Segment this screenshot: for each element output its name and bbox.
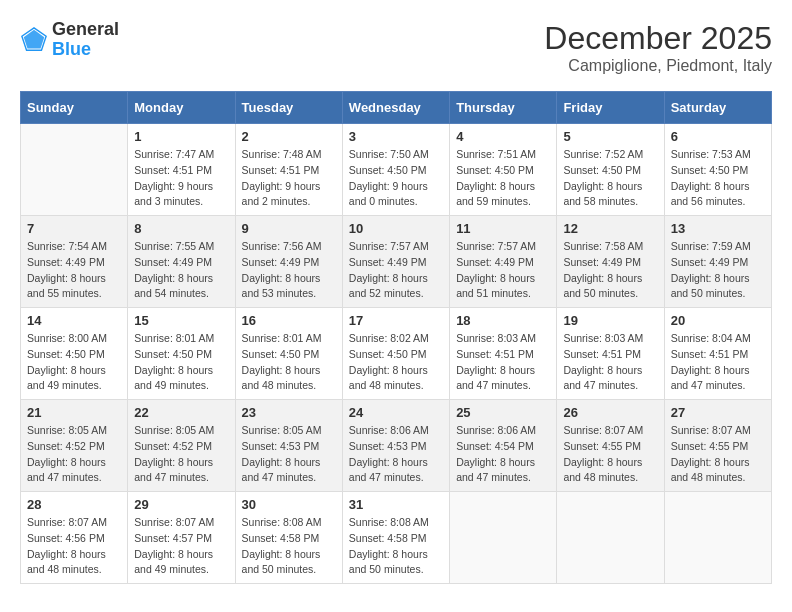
header: General Blue December 2025 Campiglione, … — [20, 20, 772, 75]
calendar-cell: 28Sunrise: 8:07 AMSunset: 4:56 PMDayligh… — [21, 492, 128, 584]
calendar-cell: 2Sunrise: 7:48 AMSunset: 4:51 PMDaylight… — [235, 124, 342, 216]
calendar-cell: 7Sunrise: 7:54 AMSunset: 4:49 PMDaylight… — [21, 216, 128, 308]
day-info: Sunrise: 7:59 AMSunset: 4:49 PMDaylight:… — [671, 239, 765, 302]
calendar-cell: 1Sunrise: 7:47 AMSunset: 4:51 PMDaylight… — [128, 124, 235, 216]
calendar-cell: 25Sunrise: 8:06 AMSunset: 4:54 PMDayligh… — [450, 400, 557, 492]
day-number: 14 — [27, 313, 121, 328]
day-number: 18 — [456, 313, 550, 328]
day-info: Sunrise: 8:07 AMSunset: 4:56 PMDaylight:… — [27, 515, 121, 578]
calendar-cell: 9Sunrise: 7:56 AMSunset: 4:49 PMDaylight… — [235, 216, 342, 308]
day-number: 29 — [134, 497, 228, 512]
title-area: December 2025 Campiglione, Piedmont, Ita… — [544, 20, 772, 75]
day-number: 21 — [27, 405, 121, 420]
calendar-header-saturday: Saturday — [664, 92, 771, 124]
day-info: Sunrise: 7:57 AMSunset: 4:49 PMDaylight:… — [456, 239, 550, 302]
day-info: Sunrise: 8:03 AMSunset: 4:51 PMDaylight:… — [456, 331, 550, 394]
day-info: Sunrise: 7:54 AMSunset: 4:49 PMDaylight:… — [27, 239, 121, 302]
calendar-cell — [450, 492, 557, 584]
day-info: Sunrise: 8:03 AMSunset: 4:51 PMDaylight:… — [563, 331, 657, 394]
day-number: 9 — [242, 221, 336, 236]
day-info: Sunrise: 8:05 AMSunset: 4:53 PMDaylight:… — [242, 423, 336, 486]
day-number: 15 — [134, 313, 228, 328]
calendar-cell: 17Sunrise: 8:02 AMSunset: 4:50 PMDayligh… — [342, 308, 449, 400]
day-number: 12 — [563, 221, 657, 236]
day-info: Sunrise: 7:55 AMSunset: 4:49 PMDaylight:… — [134, 239, 228, 302]
day-info: Sunrise: 8:00 AMSunset: 4:50 PMDaylight:… — [27, 331, 121, 394]
day-info: Sunrise: 8:06 AMSunset: 4:53 PMDaylight:… — [349, 423, 443, 486]
calendar-cell: 30Sunrise: 8:08 AMSunset: 4:58 PMDayligh… — [235, 492, 342, 584]
calendar-cell: 18Sunrise: 8:03 AMSunset: 4:51 PMDayligh… — [450, 308, 557, 400]
day-number: 24 — [349, 405, 443, 420]
day-info: Sunrise: 8:08 AMSunset: 4:58 PMDaylight:… — [242, 515, 336, 578]
calendar-week-row: 14Sunrise: 8:00 AMSunset: 4:50 PMDayligh… — [21, 308, 772, 400]
calendar-header-wednesday: Wednesday — [342, 92, 449, 124]
calendar-week-row: 7Sunrise: 7:54 AMSunset: 4:49 PMDaylight… — [21, 216, 772, 308]
calendar-cell: 3Sunrise: 7:50 AMSunset: 4:50 PMDaylight… — [342, 124, 449, 216]
day-number: 2 — [242, 129, 336, 144]
calendar-week-row: 1Sunrise: 7:47 AMSunset: 4:51 PMDaylight… — [21, 124, 772, 216]
calendar-cell: 6Sunrise: 7:53 AMSunset: 4:50 PMDaylight… — [664, 124, 771, 216]
day-info: Sunrise: 8:01 AMSunset: 4:50 PMDaylight:… — [134, 331, 228, 394]
day-number: 11 — [456, 221, 550, 236]
calendar-header-friday: Friday — [557, 92, 664, 124]
calendar-cell: 20Sunrise: 8:04 AMSunset: 4:51 PMDayligh… — [664, 308, 771, 400]
day-info: Sunrise: 8:06 AMSunset: 4:54 PMDaylight:… — [456, 423, 550, 486]
calendar-cell — [557, 492, 664, 584]
day-number: 23 — [242, 405, 336, 420]
calendar-cell: 11Sunrise: 7:57 AMSunset: 4:49 PMDayligh… — [450, 216, 557, 308]
day-number: 19 — [563, 313, 657, 328]
day-number: 13 — [671, 221, 765, 236]
calendar-cell: 5Sunrise: 7:52 AMSunset: 4:50 PMDaylight… — [557, 124, 664, 216]
logo-blue-text: Blue — [52, 39, 91, 59]
day-number: 5 — [563, 129, 657, 144]
calendar-cell: 14Sunrise: 8:00 AMSunset: 4:50 PMDayligh… — [21, 308, 128, 400]
day-info: Sunrise: 7:56 AMSunset: 4:49 PMDaylight:… — [242, 239, 336, 302]
day-info: Sunrise: 8:07 AMSunset: 4:57 PMDaylight:… — [134, 515, 228, 578]
day-number: 8 — [134, 221, 228, 236]
day-info: Sunrise: 8:02 AMSunset: 4:50 PMDaylight:… — [349, 331, 443, 394]
day-number: 4 — [456, 129, 550, 144]
day-number: 17 — [349, 313, 443, 328]
day-info: Sunrise: 7:48 AMSunset: 4:51 PMDaylight:… — [242, 147, 336, 210]
day-number: 26 — [563, 405, 657, 420]
day-info: Sunrise: 7:51 AMSunset: 4:50 PMDaylight:… — [456, 147, 550, 210]
day-info: Sunrise: 8:05 AMSunset: 4:52 PMDaylight:… — [134, 423, 228, 486]
calendar-cell: 13Sunrise: 7:59 AMSunset: 4:49 PMDayligh… — [664, 216, 771, 308]
day-number: 20 — [671, 313, 765, 328]
day-number: 31 — [349, 497, 443, 512]
day-info: Sunrise: 8:08 AMSunset: 4:58 PMDaylight:… — [349, 515, 443, 578]
calendar-cell: 10Sunrise: 7:57 AMSunset: 4:49 PMDayligh… — [342, 216, 449, 308]
day-number: 7 — [27, 221, 121, 236]
calendar-header-thursday: Thursday — [450, 92, 557, 124]
calendar-cell: 31Sunrise: 8:08 AMSunset: 4:58 PMDayligh… — [342, 492, 449, 584]
day-info: Sunrise: 8:01 AMSunset: 4:50 PMDaylight:… — [242, 331, 336, 394]
calendar-cell: 26Sunrise: 8:07 AMSunset: 4:55 PMDayligh… — [557, 400, 664, 492]
calendar-header-row: SundayMondayTuesdayWednesdayThursdayFrid… — [21, 92, 772, 124]
day-info: Sunrise: 8:07 AMSunset: 4:55 PMDaylight:… — [671, 423, 765, 486]
day-info: Sunrise: 7:58 AMSunset: 4:49 PMDaylight:… — [563, 239, 657, 302]
logo-icon — [20, 26, 48, 54]
day-info: Sunrise: 8:07 AMSunset: 4:55 PMDaylight:… — [563, 423, 657, 486]
calendar-cell — [664, 492, 771, 584]
calendar-cell: 19Sunrise: 8:03 AMSunset: 4:51 PMDayligh… — [557, 308, 664, 400]
day-info: Sunrise: 8:05 AMSunset: 4:52 PMDaylight:… — [27, 423, 121, 486]
day-number: 30 — [242, 497, 336, 512]
calendar-cell: 23Sunrise: 8:05 AMSunset: 4:53 PMDayligh… — [235, 400, 342, 492]
day-number: 16 — [242, 313, 336, 328]
day-number: 25 — [456, 405, 550, 420]
calendar-cell: 29Sunrise: 8:07 AMSunset: 4:57 PMDayligh… — [128, 492, 235, 584]
day-info: Sunrise: 7:53 AMSunset: 4:50 PMDaylight:… — [671, 147, 765, 210]
day-number: 3 — [349, 129, 443, 144]
calendar: SundayMondayTuesdayWednesdayThursdayFrid… — [20, 91, 772, 584]
calendar-header-sunday: Sunday — [21, 92, 128, 124]
calendar-cell — [21, 124, 128, 216]
calendar-cell: 12Sunrise: 7:58 AMSunset: 4:49 PMDayligh… — [557, 216, 664, 308]
day-info: Sunrise: 8:04 AMSunset: 4:51 PMDaylight:… — [671, 331, 765, 394]
day-number: 27 — [671, 405, 765, 420]
day-number: 6 — [671, 129, 765, 144]
calendar-cell: 22Sunrise: 8:05 AMSunset: 4:52 PMDayligh… — [128, 400, 235, 492]
day-info: Sunrise: 7:50 AMSunset: 4:50 PMDaylight:… — [349, 147, 443, 210]
location-subtitle: Campiglione, Piedmont, Italy — [544, 57, 772, 75]
calendar-week-row: 21Sunrise: 8:05 AMSunset: 4:52 PMDayligh… — [21, 400, 772, 492]
day-number: 10 — [349, 221, 443, 236]
